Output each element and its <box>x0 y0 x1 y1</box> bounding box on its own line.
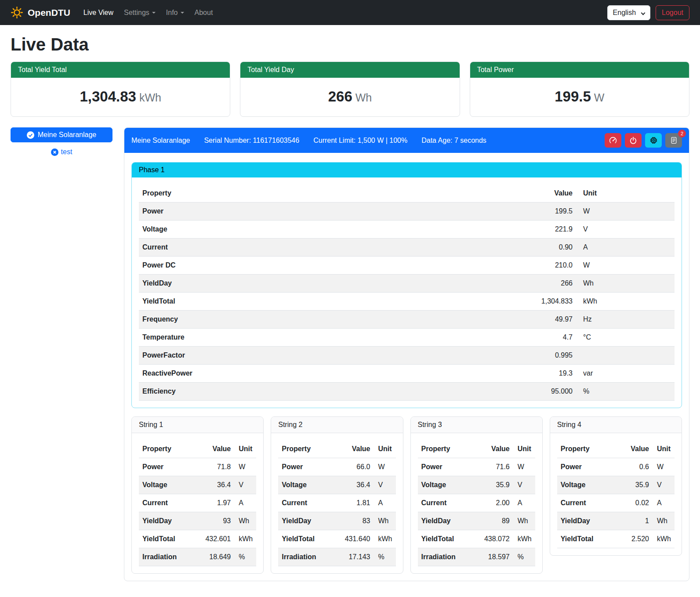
card-header: Total Yield Day <box>240 62 459 78</box>
value-cell: 19.3 <box>534 365 576 383</box>
table-row: Temperature4.7°C <box>139 329 675 347</box>
card-body: 266Wh <box>240 78 459 116</box>
inverter-select-button[interactable]: Meine Solaranlage <box>11 127 112 142</box>
unit-cell: A <box>374 494 396 512</box>
property-cell: YieldTotal <box>139 293 534 311</box>
property-cell: Power <box>139 203 534 221</box>
value-cell: 266 <box>534 275 576 293</box>
event-log-button[interactable]: 2 <box>665 133 682 148</box>
card-header: Total Power <box>470 62 689 78</box>
phase-card-body: Property Value Unit Power199.5WVoltage22… <box>132 177 682 408</box>
x-circle-icon[interactable] <box>51 148 58 156</box>
inverter-info-button[interactable] <box>645 133 662 148</box>
unit-cell: Wh <box>653 512 675 530</box>
unit-cell: V <box>513 476 535 494</box>
table-row: YieldDay1Wh <box>557 512 675 530</box>
table-body: Power71.8WVoltage36.4VCurrent1.97AYieldD… <box>139 458 256 566</box>
table-row: Power66.0W <box>278 458 395 476</box>
table-row: YieldTotal1,304.833kWh <box>139 293 675 311</box>
string-card-header: String 1 <box>132 417 263 433</box>
nav-left: OpenDTU Live View Settings Info About <box>11 5 218 20</box>
table-row: Irradiation17.143% <box>278 548 395 566</box>
property-cell: Current <box>278 494 341 512</box>
table-row: Voltage36.4V <box>139 476 256 494</box>
unit-cell: Wh <box>374 512 396 530</box>
nav-live-view[interactable]: Live View <box>78 5 119 20</box>
property-cell: Current <box>139 239 534 257</box>
table-head: Property Value Unit <box>418 440 535 458</box>
logout-button[interactable]: Logout <box>656 5 689 20</box>
card-unit: kWh <box>139 91 161 104</box>
string-card-3: String 3 Property Value Unit <box>410 416 543 574</box>
column-value: Value <box>621 440 653 458</box>
value-cell: 71.6 <box>481 458 513 476</box>
column-property: Property <box>139 440 202 458</box>
nav-right: English Logout <box>607 5 689 20</box>
table-row: YieldTotal432.601kWh <box>139 530 256 548</box>
nav-settings-label: Settings <box>124 9 149 17</box>
string-card-1: String 1 Property Value Unit <box>131 416 264 574</box>
property-cell: Current <box>139 494 202 512</box>
string-table: Property Value Unit Power0.6WVoltage35.9… <box>557 440 675 548</box>
power-toggle-button[interactable] <box>625 133 642 148</box>
unit-cell <box>576 347 675 365</box>
table-row: Power199.5W <box>139 203 675 221</box>
value-cell: 2.00 <box>481 494 513 512</box>
string-card-2: String 2 Property Value Unit <box>271 416 403 574</box>
unit-cell: kWh <box>234 530 256 548</box>
brand-label: OpenDTU <box>28 7 70 18</box>
power-icon <box>629 137 637 145</box>
column-value: Value <box>534 185 576 203</box>
nav-settings[interactable]: Settings <box>119 5 161 20</box>
page-title: Live Data <box>11 35 689 54</box>
value-cell: 93 <box>202 512 234 530</box>
test-link[interactable]: test <box>61 148 73 156</box>
value-cell: 36.4 <box>202 476 234 494</box>
table-body: Power71.6WVoltage35.9VCurrent2.00AYieldD… <box>418 458 535 566</box>
table-row: Voltage36.4V <box>278 476 395 494</box>
table-body: Power199.5WVoltage221.9VCurrent0.90APowe… <box>139 203 675 401</box>
column-property: Property <box>139 185 534 203</box>
column-value: Value <box>481 440 513 458</box>
unit-cell: kWh <box>576 293 675 311</box>
table-row: YieldDay89Wh <box>418 512 535 530</box>
card-total-power: Total Power 199.5W <box>470 62 689 117</box>
brand-link[interactable]: OpenDTU <box>11 6 70 19</box>
event-count-badge: 2 <box>678 130 686 137</box>
table-row: Power0.6W <box>557 458 675 476</box>
unit-cell: % <box>374 548 396 566</box>
column-unit: Unit <box>513 440 535 458</box>
card-body: 1,304.83kWh <box>11 78 230 116</box>
limit-settings-button[interactable] <box>605 133 621 148</box>
string-card-header: String 4 <box>550 417 682 433</box>
property-cell: Power <box>418 458 481 476</box>
property-cell: YieldDay <box>278 512 341 530</box>
table-header-row: Property Value Unit <box>139 185 675 203</box>
string-card-body: Property Value Unit Power71.8WVoltage36.… <box>132 433 263 573</box>
property-cell: Power <box>278 458 341 476</box>
table-row: ReactivePower19.3var <box>139 365 675 383</box>
unit-cell: % <box>576 383 675 401</box>
column-property: Property <box>278 440 341 458</box>
phase-card-header: Phase 1 <box>132 163 682 177</box>
table-row: Voltage35.9V <box>418 476 535 494</box>
nav-info[interactable]: Info <box>161 5 189 20</box>
property-cell: PowerFactor <box>139 347 534 365</box>
unit-cell: Wh <box>234 512 256 530</box>
unit-cell: kWh <box>653 530 675 548</box>
check-circle-icon <box>27 131 34 139</box>
table-row: YieldDay93Wh <box>139 512 256 530</box>
table-row: YieldTotal438.072kWh <box>418 530 535 548</box>
table-row: YieldDay266Wh <box>139 275 675 293</box>
value-cell: 199.5 <box>534 203 576 221</box>
property-cell: Irradiation <box>278 548 341 566</box>
value-cell: 1.81 <box>341 494 374 512</box>
inverter-limit: Current Limit: 1,500 W | 100% <box>313 137 407 145</box>
nav-about-label: About <box>195 9 213 17</box>
table-head: Property Value Unit <box>557 440 675 458</box>
nav-about[interactable]: About <box>189 5 218 20</box>
property-cell: Frequency <box>139 311 534 329</box>
language-select[interactable]: English <box>607 5 650 20</box>
unit-cell: V <box>653 476 675 494</box>
card-value: 266 <box>328 88 352 105</box>
